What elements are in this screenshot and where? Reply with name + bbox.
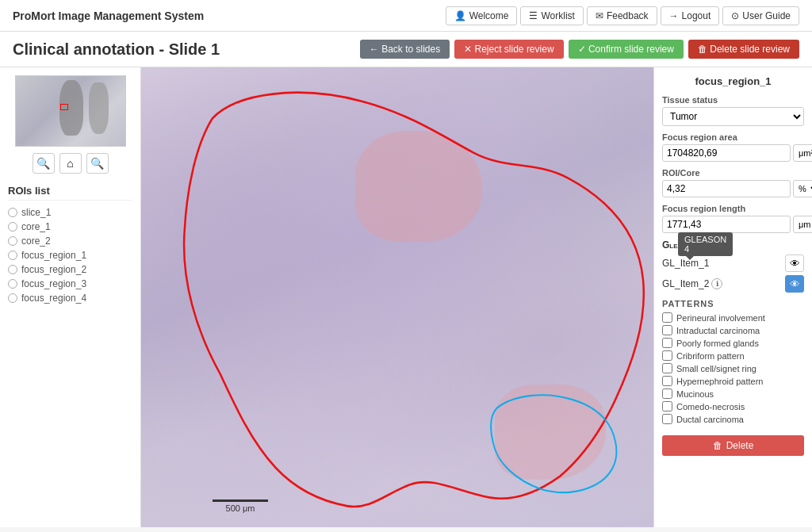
- check-icon: ✓: [578, 44, 588, 55]
- gleason-section: Gleason Data GL_Item_1 GLEASON4 👁 GL_Ite…: [662, 239, 804, 293]
- pattern-ductal-carcinoma: Ductal carcinoma: [662, 414, 804, 424]
- pattern-mucinous-checkbox[interactable]: [662, 388, 672, 399]
- pattern-small-cell: Small cell/signet ring: [662, 363, 804, 373]
- delete-button[interactable]: 🗑 Delete: [662, 435, 804, 456]
- tissue-status-select[interactable]: Tumor Normal Unknown: [662, 107, 804, 126]
- roi-core-label: ROI/Core: [662, 168, 804, 178]
- gleason-item-1-eye-button[interactable]: 👁: [785, 255, 804, 272]
- delete-slide-review-button[interactable]: 🗑 Delete slide review: [688, 40, 799, 59]
- roi-circle: [8, 293, 17, 303]
- roi-core-row: %: [662, 180, 804, 197]
- page-header: Clinical annotation - Slide 1 ← Back to …: [0, 32, 812, 67]
- roi-item-focus-region-4[interactable]: focus_region_4: [8, 293, 132, 304]
- slide-viewer[interactable]: 500 μm: [141, 67, 653, 527]
- gleason-row-2: GL_Item_2 ℹ 👁: [662, 275, 804, 293]
- roi-core-unit-select[interactable]: %: [793, 180, 812, 197]
- pattern-intraductal-checkbox[interactable]: [662, 325, 672, 335]
- roi-circle: [8, 279, 17, 289]
- pattern-small-cell-checkbox[interactable]: [662, 363, 672, 373]
- zoom-out-icon: 🔍: [90, 157, 104, 170]
- tissue-status-label: Tissue status: [662, 95, 804, 105]
- roi-item-focus-region-2[interactable]: focus_region_2: [8, 264, 132, 275]
- info-icon[interactable]: ℹ: [711, 278, 722, 289]
- userguide-button[interactable]: ⊙ User Guide: [722, 6, 799, 25]
- zoom-in-icon: 🔍: [36, 157, 50, 170]
- tissue-shape-2: [89, 82, 109, 134]
- main-layout: 🔍 ⌂ 🔍 ROIs list slice_1 core_1 core_2: [0, 67, 812, 527]
- pattern-cribriform-checkbox[interactable]: [662, 350, 672, 361]
- mucinous-region-top: [355, 131, 482, 242]
- roi-core-value[interactable]: [662, 180, 791, 197]
- focus-length-unit-select[interactable]: μm: [793, 216, 812, 233]
- pattern-mucinous: Mucinous: [662, 388, 804, 399]
- navbar: ProMort Image Management System 👤 Welcom…: [0, 0, 812, 32]
- panel-title: focus_region_1: [662, 75, 804, 87]
- roi-item-core-2[interactable]: core_2: [8, 235, 132, 247]
- thumbnail-image: [16, 76, 125, 146]
- thumbnail-roi-marker: [60, 104, 68, 110]
- scale-bar: 500 μm: [213, 499, 268, 513]
- pattern-poorly-formed: Poorly formed glands: [662, 338, 804, 348]
- slide-thumbnail: [15, 75, 126, 147]
- home-button[interactable]: ⌂: [59, 153, 82, 174]
- focus-area-label: Focus region area: [662, 132, 804, 142]
- eye-icon: 👁: [790, 258, 800, 270]
- focus-area-row: μm²: [662, 144, 804, 162]
- gleason-item-2-eye-button[interactable]: 👁: [785, 275, 804, 293]
- pattern-comedo-necrosis: Comedo-necrosis: [662, 401, 804, 411]
- roi-circle: [8, 208, 17, 217]
- focus-length-value[interactable]: [662, 216, 791, 233]
- left-sidebar: 🔍 ⌂ 🔍 ROIs list slice_1 core_1 core_2: [0, 67, 141, 527]
- home-icon: ⌂: [67, 157, 73, 170]
- arrow-left-icon: ←: [370, 44, 381, 55]
- trash-delete-icon: 🗑: [713, 440, 722, 451]
- zoom-in-button[interactable]: 🔍: [33, 153, 55, 174]
- user-icon: 👤: [454, 10, 466, 21]
- focus-area-unit-select[interactable]: μm²: [793, 144, 812, 162]
- reject-slide-review-button[interactable]: ✕ Reject slide review: [454, 40, 563, 59]
- zoom-out-button[interactable]: 🔍: [86, 153, 109, 174]
- pattern-hypernephroid-checkbox[interactable]: [662, 376, 672, 386]
- help-icon: ⊙: [731, 10, 739, 21]
- focus-area-value[interactable]: [662, 144, 791, 162]
- roi-item-core-1[interactable]: core_1: [8, 221, 132, 232]
- list-icon: ☰: [529, 10, 538, 21]
- confirm-slide-review-button[interactable]: ✓ Confirm slide review: [569, 40, 684, 59]
- worklist-button[interactable]: ☰ Worklist: [520, 6, 583, 25]
- roi-item-slice-1[interactable]: slice_1: [8, 207, 132, 218]
- trash-icon: 🗑: [698, 44, 710, 55]
- patterns-section: PATTERNS Perineural involvement Intraduc…: [662, 299, 804, 424]
- app-brand: ProMort Image Management System: [13, 10, 204, 22]
- scale-bar-line: [213, 499, 268, 502]
- gleason-item-1-controls: GLEASON4 👁: [785, 255, 804, 272]
- logout-button[interactable]: → Logout: [661, 6, 720, 25]
- navbar-actions: 👤 Welcome ☰ Worklist ✉ Feedback → Logout…: [446, 6, 799, 25]
- feedback-button[interactable]: ✉ Feedback: [587, 6, 657, 25]
- roi-item-focus-region-1[interactable]: focus_region_1: [8, 250, 132, 261]
- times-icon: ✕: [464, 44, 474, 55]
- pattern-intraductal: Intraductal carcinoma: [662, 325, 804, 335]
- back-to-slides-button[interactable]: ← Back to slides: [360, 40, 450, 59]
- gleason-item-2-controls: 👁: [785, 275, 804, 293]
- pattern-comedo-necrosis-checkbox[interactable]: [662, 401, 672, 411]
- roi-circle: [8, 222, 17, 232]
- focus-length-label: Focus region length: [662, 204, 804, 213]
- welcome-button[interactable]: 👤 Welcome: [446, 6, 518, 25]
- right-panel: focus_region_1 Tissue status Tumor Norma…: [653, 67, 812, 527]
- scale-bar-label: 500 μm: [226, 503, 255, 513]
- pattern-perineural: Perineural involvement: [662, 312, 804, 323]
- slide-image: 500 μm: [141, 67, 653, 527]
- pattern-perineural-checkbox[interactable]: [662, 312, 672, 323]
- pattern-poorly-formed-checkbox[interactable]: [662, 338, 672, 348]
- thumbnail-controls: 🔍 ⌂ 🔍: [8, 153, 132, 174]
- gleason-item-2-label: GL_Item_2 ℹ: [662, 278, 722, 289]
- eye-active-icon: 👁: [790, 278, 800, 290]
- patterns-title: PATTERNS: [662, 299, 804, 308]
- logout-icon: →: [669, 10, 679, 21]
- pattern-ductal-carcinoma-checkbox[interactable]: [662, 414, 672, 424]
- header-actions: ← Back to slides ✕ Reject slide review ✓…: [360, 40, 799, 59]
- mucinous-region-bottom: [495, 385, 606, 480]
- page-title: Clinical annotation - Slide 1: [13, 40, 220, 59]
- roi-item-focus-region-3[interactable]: focus_region_3: [8, 278, 132, 289]
- pattern-hypernephroid: Hypernephroid pattern: [662, 376, 804, 386]
